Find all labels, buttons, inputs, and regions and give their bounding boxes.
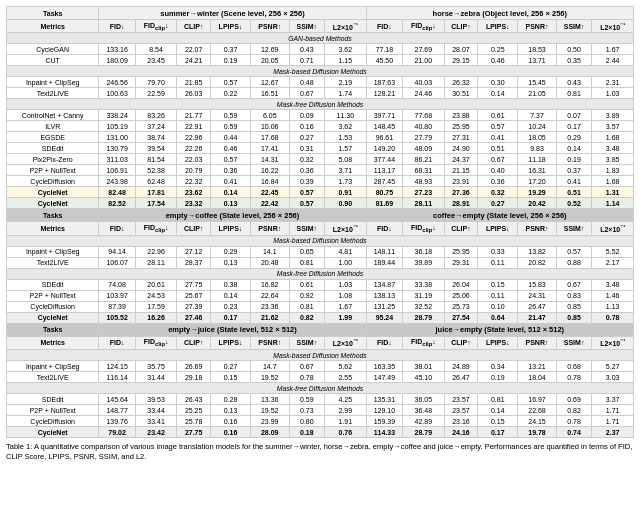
task1-header-3: empty→juice (State level, 512 × 512) (99, 323, 366, 336)
method-name: Text2LIVE (7, 88, 99, 99)
method-name: ILVR (7, 121, 99, 132)
method-name: EGSDE (7, 132, 99, 143)
col-psnr2: PSNR↑ (518, 20, 557, 33)
table-row: Inpaint + ClipSeg 246.5679.7021.850.5712… (7, 77, 634, 88)
method-name: CycleNet (7, 198, 99, 209)
method-name: Inpaint + ClipSeg (7, 77, 99, 88)
table-row: Text2LIVE 106.0728.1128.370.1320.480.811… (7, 257, 634, 268)
method-name: SDEdit (7, 394, 99, 405)
mask-methods-label-2: Mask-based Diffusion Methods (7, 235, 634, 246)
tasks-label-1: Tasks (7, 7, 99, 20)
mask-methods-label-1: Mask-based Diffusion Methods (7, 66, 634, 77)
free-methods-label-3: Mask-free Diffusion Methods (7, 383, 634, 394)
method-name: P2P + NullText (7, 405, 99, 416)
comparison-table: Tasks summer→winter (Scene level, 256 × … (6, 6, 634, 438)
table-row: P2P + NullText 148.7733.4425.250.1319.52… (7, 405, 634, 416)
method-name: CycleDiffusion (7, 416, 99, 427)
table-row: Inpaint + ClipSeg 94.1422.9627.120.2914.… (7, 246, 634, 257)
table-row: ILVR 105.1937.2422.910.5910.060.163.62 1… (7, 121, 634, 132)
table-row: Text2LIVE 116.1431.4429.180.1519.520.782… (7, 372, 634, 383)
method-name: Inpaint + ClipSeg (7, 246, 99, 257)
col-psnr1: PSNR↑ (250, 20, 289, 33)
metrics-label-1: Metrics (7, 20, 99, 33)
task2-header-1: horse→zebra (Object level, 256 × 256) (366, 7, 633, 20)
method-name: CycleNet (7, 187, 99, 198)
col-fidclip2: FIDclip↓ (403, 20, 444, 33)
method-name: P2P + NullText (7, 290, 99, 301)
free-methods-label-2: Mask-free Diffusion Methods (7, 268, 634, 279)
table-caption: Table 1: A quantitative comparison of va… (6, 442, 634, 462)
table-row: P2P + NullText 103.9724.5325.670.1422.64… (7, 290, 634, 301)
col-ssim2: SSIM↑ (556, 20, 591, 33)
method-name: CycleNet (7, 312, 99, 323)
col-lpips1: LPIPS↓ (211, 20, 251, 33)
col-fid1: FID↓ (99, 20, 136, 33)
method-name: Inpaint + ClipSeg (7, 361, 99, 372)
task1-header-2: empty→coffee (State level, 256 × 256) (99, 209, 366, 222)
col-clip1: CLIP↑ (177, 20, 211, 33)
col-l22: L2×10⁻¹ (592, 20, 634, 33)
table-row: SDEdit 130.7939.5422.260.4617.410.311.57… (7, 143, 634, 154)
task2-header-3: juice→empty (State level, 512 × 512) (366, 323, 633, 336)
col-lpips2: LPIPS↓ (478, 20, 518, 33)
table-row: CUT 180.0923.4524.210.1920.050.711.15 45… (7, 55, 634, 66)
method-name: Text2LIVE (7, 372, 99, 383)
table-row: P2P + NullText 106.9152.3820.790.3616.22… (7, 165, 634, 176)
task1-header-1: summer→winter (Scene level, 256 × 256) (99, 7, 366, 20)
table-row: Pix2Pix-Zero 311.0381.5422.030.5714.310.… (7, 154, 634, 165)
table-row: CycleDiffusion 139.7633.4125.780.1623.99… (7, 416, 634, 427)
method-name: Pix2Pix-Zero (7, 154, 99, 165)
table-row: CycleGAN 133.168.5422.070.3712.690.433.6… (7, 44, 634, 55)
method-name: P2P + NullText (7, 165, 99, 176)
col-ssim1: SSIM↑ (289, 20, 324, 33)
table-row: Text2LIVE 100.6322.5926.030.2216.510.671… (7, 88, 634, 99)
method-name: SDEdit (7, 143, 99, 154)
col-clip2: CLIP↑ (444, 20, 478, 33)
tasks-label-2: Tasks (7, 209, 99, 222)
task2-header-2: coffee→empty (State level, 256 × 256) (366, 209, 633, 222)
table-row: CycleDiffusion 87.3917.5927.390.2323.360… (7, 301, 634, 312)
col-l21: L2×10⁻¹ (325, 20, 367, 33)
cyclenet-row-2: CycleNet 82.5217.5423.320.1322.420.570.9… (7, 198, 634, 209)
cyclenet-row-1: CycleNet 82.4817.8123.620.1422.450.570.9… (7, 187, 634, 198)
table-row: SDEdit 74.0820.6127.750.3816.820.611.03 … (7, 279, 634, 290)
col-fidclip1: FIDclip↓ (135, 20, 176, 33)
cyclenet-row-3: CycleNet 105.5216.2627.460.1721.620.821.… (7, 312, 634, 323)
method-name: SDEdit (7, 279, 99, 290)
tasks-label-3: Tasks (7, 323, 99, 336)
free-methods-label-1: Mask-free Diffusion Methods (7, 99, 634, 110)
table-row: SDEdit 145.6439.5326.430.2813.360.594.25… (7, 394, 634, 405)
method-name: Text2LIVE (7, 257, 99, 268)
method-name: CycleDiffusion (7, 301, 99, 312)
method-name: CUT (7, 55, 99, 66)
method-name: CycleNet (7, 427, 99, 438)
method-name: CycleDiffusion (7, 176, 99, 187)
gan-methods-label-1: GAN-based Methods (7, 33, 634, 44)
method-name: ControlNet + Canny (7, 110, 99, 121)
table-row: Inpaint + ClipSeg 124.1535.7526.690.2714… (7, 361, 634, 372)
method-name: CycleGAN (7, 44, 99, 55)
col-fid2: FID↓ (366, 20, 403, 33)
cyclenet-row-4: CycleNet 79.0223.4227.750.1628.090.180.7… (7, 427, 634, 438)
mask-methods-label-3: Mask-based Diffusion Methods (7, 350, 634, 361)
table-row: EGSDE 131.0038.7422.960.4417.680.271.53 … (7, 132, 634, 143)
table-row: ControlNet + Canny 338.2483.2621.770.596… (7, 110, 634, 121)
table-row: CycleDiffusion 243.9862.4822.320.4116.84… (7, 176, 634, 187)
